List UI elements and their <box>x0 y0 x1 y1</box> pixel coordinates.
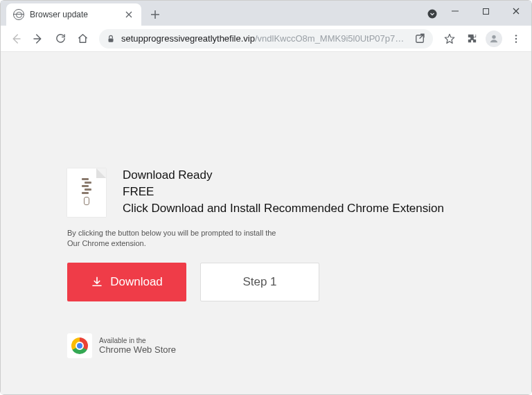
svg-point-0 <box>428 10 437 19</box>
window-titlebar: Browser update <box>1 1 531 26</box>
disclaimer-line1: By clicking the button below you will be… <box>67 228 531 238</box>
url-path: /vndlKwccO8m_MMK9i5l0UtP07p79EuN7dxh9cIV… <box>255 33 408 44</box>
plus-icon <box>150 10 160 19</box>
reload-button[interactable] <box>51 29 70 49</box>
download-button[interactable]: Download <box>67 263 186 301</box>
window-close-button[interactable] <box>501 1 531 21</box>
chrome-logo-icon <box>67 333 92 358</box>
arrow-right-icon <box>32 33 44 45</box>
hero-free-label: FREE <box>123 185 444 199</box>
hero-title: Download Ready <box>123 168 444 182</box>
close-icon <box>512 7 520 15</box>
close-icon <box>125 11 132 18</box>
avatar-icon <box>486 30 502 47</box>
chevron-down-circle-icon <box>427 9 437 19</box>
window-maximize-button[interactable] <box>470 1 501 21</box>
globe-icon <box>13 9 24 20</box>
reload-icon <box>55 33 66 44</box>
window-controls <box>440 1 531 26</box>
extensions-button[interactable] <box>462 29 481 49</box>
download-icon <box>91 276 103 288</box>
url-domain: setupprogressivegreatlythefile.vip <box>121 33 255 44</box>
browser-toolbar: setupprogressivegreatlythefile.vip/vndlK… <box>1 26 531 52</box>
hero-subtitle: Click Download and Install Recommended C… <box>123 202 444 216</box>
profile-button[interactable] <box>484 29 504 49</box>
menu-button[interactable] <box>506 29 526 49</box>
share-icon[interactable] <box>414 33 426 45</box>
cws-line2: Chrome Web Store <box>99 344 176 355</box>
svg-rect-1 <box>483 8 488 14</box>
address-bar[interactable]: setupprogressivegreatlythefile.vip/vndlK… <box>99 29 433 49</box>
window-minimize-button[interactable] <box>440 1 470 21</box>
new-tab-button[interactable] <box>145 5 165 24</box>
browser-tab[interactable]: Browser update <box>6 3 141 26</box>
kebab-icon <box>511 33 522 44</box>
svg-point-4 <box>492 35 495 38</box>
svg-point-7 <box>515 41 517 42</box>
maximize-icon <box>482 8 490 15</box>
page-content: Download Ready FREE Click Download and I… <box>1 52 531 394</box>
svg-point-5 <box>515 35 517 36</box>
home-button[interactable] <box>73 29 92 49</box>
puzzle-icon <box>466 33 478 44</box>
tab-close-button[interactable] <box>123 9 134 20</box>
disclaimer-text: By clicking the button below you will be… <box>67 228 531 249</box>
chrome-web-store-badge[interactable]: Available in the Chrome Web Store <box>67 333 531 358</box>
svg-point-6 <box>515 37 517 39</box>
button-row: Download Step 1 <box>67 263 531 301</box>
tab-search-button[interactable] <box>427 9 437 19</box>
star-icon <box>443 33 456 45</box>
lock-icon <box>106 34 116 44</box>
hero-section: Download Ready FREE Click Download and I… <box>67 168 531 217</box>
download-button-label: Download <box>110 275 163 289</box>
svg-rect-2 <box>109 38 114 42</box>
tab-title: Browser update <box>30 10 118 19</box>
minimize-icon <box>451 7 459 15</box>
forward-button[interactable] <box>28 29 48 49</box>
bookmark-button[interactable] <box>440 29 459 49</box>
step-indicator-label: Step 1 <box>242 275 276 289</box>
disclaimer-line2: Our Chrome extension. <box>67 238 531 249</box>
step-indicator: Step 1 <box>200 263 319 301</box>
arrow-left-icon <box>10 33 22 45</box>
file-zip-icon <box>67 168 106 217</box>
home-icon <box>77 33 89 44</box>
url-text: setupprogressivegreatlythefile.vip/vndlK… <box>121 33 408 44</box>
back-button[interactable] <box>6 29 26 49</box>
cws-line1: Available in the <box>99 337 176 344</box>
